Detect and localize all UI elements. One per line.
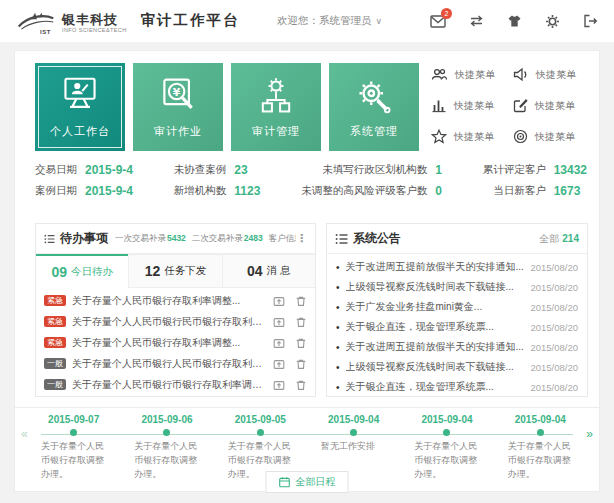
message-count-badge: 2 [441, 8, 452, 19]
todo-item[interactable]: 一般 关于存量个人民币银行币银行存取利率调整... [36, 374, 315, 395]
stat-value: 1673 [554, 184, 587, 198]
tile-audit-management[interactable]: 审计管理 [231, 63, 321, 151]
announcements-header: 系统公告 全部214 [327, 224, 587, 254]
settings-button[interactable] [544, 13, 560, 29]
tab-task-dispatch[interactable]: 12 任务下发 [128, 254, 221, 288]
more-options-icon[interactable]: ⋮ [296, 233, 307, 244]
quick-menu: 快捷菜单 快捷菜单 快捷菜单 快捷菜单 [431, 67, 589, 144]
announcement-item[interactable]: • 关于改进周五提前放假半天的安排通知... 2015/08/20 [327, 257, 587, 277]
stat-value: 13432 [554, 163, 587, 177]
stat-label: 案例日期 [35, 184, 77, 198]
main-card: 个人工作台 ¥ 审计作业 [14, 50, 600, 492]
workbench-monitor-icon [58, 76, 102, 116]
quick-menu-item-edit[interactable]: 快捷菜单 [513, 98, 589, 113]
messages-button[interactable]: 2 [430, 13, 446, 29]
theme-button[interactable] [506, 13, 522, 29]
gear-network-icon [255, 76, 297, 116]
todo-item[interactable]: 紧急 关于存量个人民币银行存取利率调整... [36, 290, 315, 311]
todo-panel: 待办事项 一次交易补录5432 二次交易补录2483 客户信息补录86 ⋮ 09… [35, 223, 316, 397]
quick-menu-label: 快捷菜单 [454, 99, 494, 113]
subtab-customer-info[interactable]: 客户信息补录86 [269, 233, 296, 245]
user-menu[interactable]: 欢迎您：系统管理员 ∨ [277, 14, 382, 28]
logo-ist-text: IST [40, 29, 51, 35]
announcements-view-all[interactable]: 全部214 [539, 232, 579, 246]
priority-badge: 紧急 [44, 316, 66, 327]
export-icon[interactable] [273, 379, 285, 391]
todo-item-title: 关于存量个人民币银行存取利率调整... [72, 294, 263, 308]
announcement-item[interactable]: • 关于银企直连，现金管理系统票... 2015/08/20 [327, 377, 587, 397]
gear-wrench-icon [353, 76, 395, 116]
timeline-dot [163, 429, 170, 436]
quick-menu-item-users[interactable]: 快捷菜单 [431, 67, 507, 82]
quick-menu-item-report[interactable]: 快捷菜单 [431, 98, 507, 113]
timeline-date: 2015-09-04 [494, 414, 587, 425]
tile-system-management[interactable]: 系统管理 [329, 63, 419, 151]
tab-messages[interactable]: 04 消 息 [222, 254, 315, 288]
todo-tabs: 09 今日待办 12 任务下发 04 消 息 [36, 254, 315, 288]
timeline-date: 2015-09-07 [27, 414, 120, 425]
stat-label: 新增机构数 [174, 184, 227, 198]
swap-button[interactable] [468, 13, 484, 29]
timeline-text: 关于存量个人民币银行存取调整办理。 [494, 436, 587, 482]
target-icon [513, 129, 528, 144]
tile-personal-workbench[interactable]: 个人工作台 [35, 63, 125, 151]
quick-menu-item-favorite[interactable]: 快捷菜单 [431, 129, 507, 144]
todo-panel-title: 待办事项 [60, 230, 108, 247]
tile-audit-operations[interactable]: ¥ 审计作业 [133, 63, 223, 151]
logout-icon [583, 14, 598, 28]
subtab-first-entry[interactable]: 一次交易补录5432 [115, 233, 186, 245]
announcement-date: 2015/08/20 [530, 362, 578, 373]
announcement-date: 2015/08/20 [530, 382, 578, 393]
announcement-title: 关于改进周五提前放假半天的安排通知... [346, 340, 525, 354]
subtab-second-entry[interactable]: 二次交易补录2483 [192, 233, 263, 245]
quick-menu-label: 快捷菜单 [454, 130, 494, 144]
chevron-down-icon: ∨ [375, 16, 382, 26]
bullet-icon: • [336, 302, 340, 313]
todo-item[interactable]: 紧急 关于存量个人人民币银行民币银行存取利率调整... [36, 311, 315, 332]
timeline-dot [350, 429, 357, 436]
announcement-date: 2015/08/20 [530, 322, 578, 333]
stat-value: 1123 [234, 184, 260, 198]
priority-badge: 一般 [44, 358, 66, 369]
quick-menu-item-target[interactable]: 快捷菜单 [513, 129, 589, 144]
todo-item[interactable]: 一般 关于存量个人民币银行人民币银行存取利率调整... [36, 353, 315, 374]
export-icon[interactable] [273, 337, 285, 349]
export-icon[interactable] [273, 316, 285, 328]
stats-row: 交易日期 2015-9-4 案例日期 2015-9-4 未协查案例 23 新增机… [35, 163, 587, 198]
todo-panel-header: 待办事项 一次交易补录5432 二次交易补录2483 客户信息补录86 ⋮ [36, 224, 315, 254]
tab-label: 消 息 [267, 264, 291, 278]
tab-today-todo[interactable]: 09 今日待办 [36, 254, 128, 288]
todo-item[interactable]: 紧急 关于存量个人民币银行存取利率调整... [36, 332, 315, 353]
all-schedule-button[interactable]: 全部日程 [266, 471, 349, 493]
timeline-dot [257, 429, 264, 436]
todo-item-title: 关于存量个人民币银行币银行存取利率调整... [72, 378, 263, 392]
stat-value: 2015-9-4 [85, 163, 133, 177]
stat-label: 累计评定客户 [483, 163, 546, 177]
export-icon[interactable] [273, 295, 285, 307]
logout-button[interactable] [582, 13, 598, 29]
schedule-timeline: « 2015-09-07 关于存量个人民币银行存取调整办理。 2015-09-0… [15, 407, 599, 467]
timeline-entry: 2015-09-06 关于存量个人民币银行存取调整办理。 [120, 414, 213, 482]
timeline-text: 关于存量个人民币银行存取调整办理。 [400, 436, 493, 482]
quick-menu-item-announce[interactable]: 快捷菜单 [513, 67, 589, 82]
trash-icon[interactable] [295, 295, 307, 307]
announcement-title: 上级领导视察反洗钱时间表下载链接... [346, 280, 525, 294]
star-icon [431, 129, 447, 144]
trash-icon[interactable] [295, 358, 307, 370]
timeline-next-icon[interactable]: » [586, 427, 593, 441]
tab-count: 09 [51, 264, 67, 280]
stat-label: 未填写行政区划机构数 [301, 163, 427, 177]
announcement-item[interactable]: • 上级领导视察反洗钱时间表下载链接... 2015/08/20 [327, 357, 587, 377]
todo-item-title: 关于存量个人民币银行存取利率调整... [72, 336, 263, 350]
trash-icon[interactable] [295, 337, 307, 349]
announcement-item[interactable]: • 关于银企直连，现金管理系统票... 2015/08/20 [327, 317, 587, 337]
announcement-item[interactable]: • 关于广发金业务挂盘mini黄金... 2015/08/20 [327, 297, 587, 317]
trash-icon[interactable] [295, 379, 307, 391]
announcement-item[interactable]: • 上级领导视察反洗钱时间表下载链接... 2015/08/20 [327, 277, 587, 297]
shirt-icon [507, 14, 522, 28]
trash-icon[interactable] [295, 316, 307, 328]
priority-badge: 一般 [44, 379, 66, 390]
export-icon[interactable] [273, 358, 285, 370]
bullet-icon: • [336, 362, 340, 373]
announcement-item[interactable]: • 关于改进周五提前放假半天的安排通知... 2015/08/20 [327, 337, 587, 357]
